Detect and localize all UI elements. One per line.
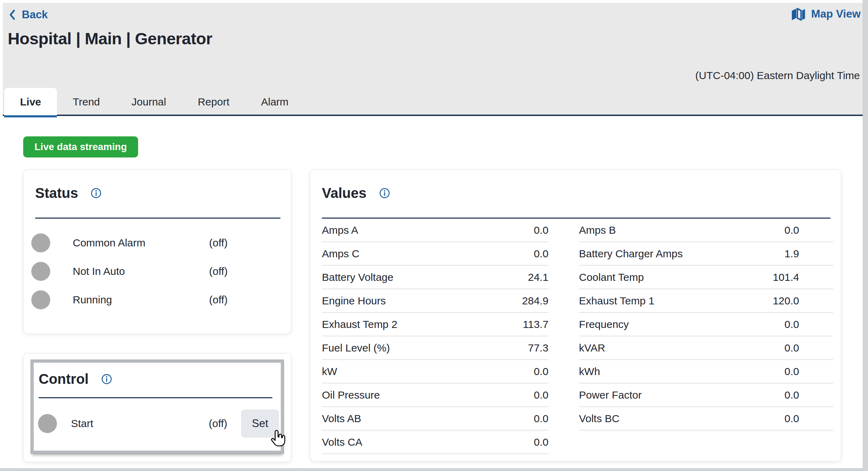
map-icon (791, 7, 806, 21)
value-row: Battery Charger Amps1.9 (579, 242, 833, 266)
timezone-label: (UTC-04:00) Eastern Daylight Time (695, 70, 860, 82)
values-card: Values Amps A0.0 Amps C0.0 Battery Volta… (310, 169, 841, 462)
value-row: Volts BC0.0 (579, 407, 833, 431)
values-column-left: Amps A0.0 Amps C0.0 Battery Voltage24.1 … (322, 219, 549, 454)
tab-trend[interactable]: Trend (57, 88, 116, 116)
info-icon[interactable] (101, 374, 112, 385)
value-row: Frequency0.0 (579, 313, 833, 336)
tab-report[interactable]: Report (182, 88, 245, 116)
value-row: Volts AB0.0 (322, 407, 549, 431)
control-card-title: Control (39, 371, 89, 387)
control-indicator-dot (38, 414, 57, 433)
back-label: Back (22, 8, 48, 21)
values-column-right: Amps B0.0 Battery Charger Amps1.9 Coolan… (579, 219, 833, 454)
status-row-running: Running (off) (24, 285, 291, 314)
map-view-label: Map View (811, 8, 861, 20)
status-row-common-alarm: Common Alarm (off) (24, 228, 291, 257)
divider (39, 397, 272, 398)
info-icon[interactable] (379, 188, 390, 199)
back-button[interactable]: Back (8, 8, 48, 21)
tab-alarm[interactable]: Alarm (245, 88, 304, 116)
status-state: (off) (209, 237, 228, 249)
set-button[interactable]: Set (241, 409, 279, 438)
value-row: Battery Voltage24.1 (322, 266, 549, 289)
status-indicator-dot (31, 233, 50, 252)
live-data-streaming-badge: Live data streaming (23, 136, 138, 157)
values-card-title: Values (322, 185, 367, 201)
value-row: Power Factor0.0 (579, 383, 833, 407)
value-row: Amps A0.0 (322, 219, 549, 242)
chevron-left-icon (8, 9, 16, 21)
control-card: Control Start (off) Set (23, 353, 291, 462)
status-row-not-in-auto: Not In Auto (off) (24, 257, 291, 285)
tab-live[interactable]: Live (4, 88, 57, 116)
status-indicator-dot (31, 290, 50, 309)
value-row: Volts CA0.0 (322, 431, 549, 454)
window-bottom-edge (0, 468, 863, 471)
value-row: Amps B0.0 (579, 219, 833, 242)
control-row-start: Start (off) Set (34, 406, 281, 441)
value-row: Exhaust Temp 1120.0 (579, 289, 833, 313)
status-state: (off) (209, 294, 228, 306)
page-header: Back Map View Hospital | Main | Generato… (3, 3, 863, 116)
vertical-scrollbar[interactable] (863, 0, 868, 471)
value-row: Amps C0.0 (322, 242, 549, 266)
value-row: Coolant Temp101.4 (579, 266, 833, 289)
value-row: Oil Pressure0.0 (322, 383, 549, 407)
tab-bar: Live Trend Journal Report Alarm (4, 88, 304, 116)
tab-journal[interactable]: Journal (116, 88, 182, 116)
map-view-button[interactable]: Map View (791, 7, 861, 21)
control-state: (off) (209, 418, 227, 430)
value-row: Fuel Level (%)77.3 (322, 336, 549, 360)
control-focus-box: Control Start (off) Set (31, 360, 284, 453)
status-state: (off) (209, 265, 228, 277)
status-card: Status Common Alarm (off) Not In Auto (o… (23, 169, 291, 334)
value-row: Engine Hours284.9 (322, 289, 549, 313)
status-indicator-dot (31, 262, 50, 281)
app-window: Back Map View Hospital | Main | Generato… (0, 0, 868, 471)
value-row: Exhaust Temp 2113.7 (322, 313, 549, 336)
info-icon[interactable] (91, 188, 102, 199)
value-row: kVAR0.0 (579, 336, 833, 360)
value-row: kW0.0 (322, 360, 549, 383)
live-tab-content: Live data streaming Status Common Alarm … (3, 116, 863, 468)
page-title: Hospital | Main | Generator (8, 29, 212, 48)
divider (35, 218, 280, 219)
status-card-title: Status (35, 185, 78, 201)
value-row: kWh0.0 (579, 360, 833, 383)
